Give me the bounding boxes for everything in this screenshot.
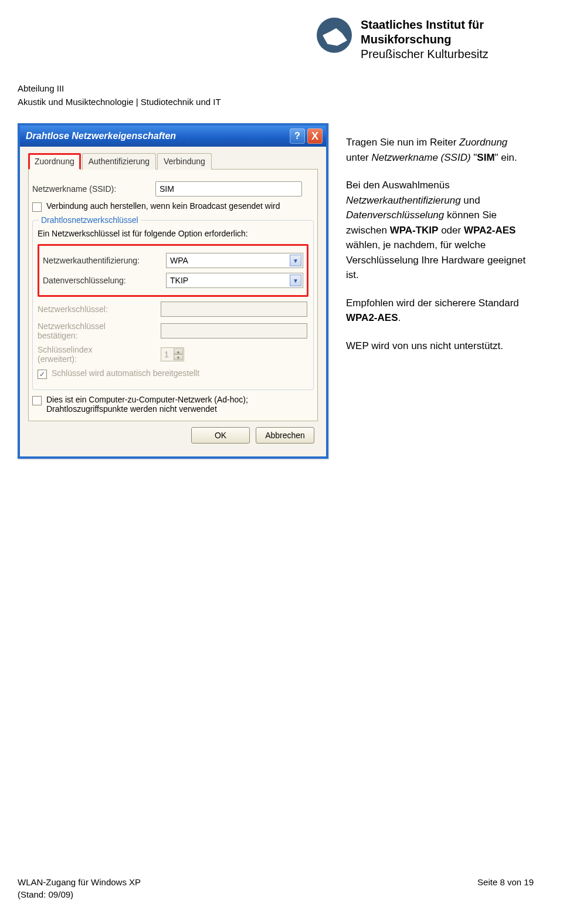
- page-footer: WLAN-Zugang für Windows XP (Stand: 09/09…: [18, 876, 534, 901]
- dialog-titlebar[interactable]: Drahtlose Netzwerkeigenschaften ? X: [20, 126, 326, 147]
- help-icon: ?: [294, 131, 300, 141]
- org-line1: Staatliches Institut für: [361, 18, 489, 32]
- footer-page: Seite 8 von 19: [477, 876, 534, 901]
- key-label: Netzwerkschlüssel:: [38, 304, 161, 314]
- wireless-key-fieldset: Drahtlosnetzwerkschlüssel Ein Netzwerksc…: [32, 220, 314, 390]
- key-confirm-label: Netzwerkschlüssel bestätigen:: [38, 321, 161, 340]
- auth-enc-highlight: Netzwerkauthentifizierung: WPA ▼ Datenve…: [38, 244, 308, 297]
- fieldset-legend: Drahtlosnetzwerkschlüssel: [39, 215, 141, 225]
- tab-verbindung[interactable]: Verbindung: [157, 153, 212, 170]
- ok-button[interactable]: OK: [191, 427, 250, 444]
- tab-zuordnung[interactable]: Zuordnung: [28, 153, 81, 170]
- key-required-text: Ein Netzwerkschlüssel ist für folgende O…: [38, 229, 308, 238]
- instruction-p2: Bei den Auswahlmenüs Netzwerkauthentifiz…: [346, 178, 528, 283]
- adhoc-checkbox[interactable]: [32, 396, 42, 405]
- dept-line1: Abteilung III: [18, 82, 221, 96]
- instruction-p1: Tragen Sie nun im Reiter Zuordnung unter…: [346, 135, 528, 165]
- cancel-button[interactable]: Abbrechen: [256, 427, 314, 444]
- close-button[interactable]: X: [307, 128, 323, 144]
- footer-left: WLAN-Zugang für Windows XP (Stand: 09/09…: [18, 876, 141, 901]
- org-name: Staatliches Institut für Musikforschung …: [361, 18, 489, 62]
- wireless-properties-dialog: Drahtlose Netzwerkeigenschaften ? X Zuor…: [18, 123, 328, 459]
- tab-authentifizierung[interactable]: Authentifizierung: [82, 153, 156, 170]
- department-block: Abteilung III Akustik und Musiktechnolog…: [18, 82, 221, 109]
- dialog-title: Drahtlose Netzwerkeigenschaften: [26, 131, 176, 141]
- key-index-spinner: 1 ▲▼: [161, 347, 184, 361]
- instruction-p3: Empfohlen wird der sicherere Standard WP…: [346, 296, 528, 326]
- org-line2: Musikforschung: [361, 32, 489, 47]
- auth-select[interactable]: WPA ▼: [166, 253, 303, 268]
- key-input: [161, 302, 307, 317]
- adhoc-label: Dies ist ein Computer-zu-Computer-Netzwe…: [46, 395, 248, 414]
- form-area: Netzwerkname (SSID): SIM Verbindung auch…: [28, 170, 318, 421]
- tab-strip: Zuordnung Authentifizierung Verbindung: [28, 153, 318, 170]
- autokey-checkbox: ✓: [38, 370, 47, 379]
- eagle-icon: [317, 18, 352, 53]
- key-confirm-input: [161, 323, 307, 339]
- ssid-label: Netzwerkname (SSID):: [32, 184, 155, 194]
- close-icon: X: [311, 130, 318, 143]
- autokey-label: Schlüssel wird automatisch bereitgestell…: [52, 368, 199, 378]
- org-logo-block: Staatliches Institut für Musikforschung …: [317, 18, 489, 62]
- broadcast-checkbox[interactable]: [32, 202, 42, 212]
- enc-select[interactable]: TKIP ▼: [166, 273, 303, 288]
- instruction-p4: WEP wird von uns nicht unterstützt.: [346, 339, 528, 354]
- org-line3: Preußischer Kulturbesitz: [361, 47, 489, 62]
- ssid-input[interactable]: SIM: [155, 181, 302, 197]
- help-button[interactable]: ?: [290, 128, 305, 144]
- enc-label: Datenverschlüsselung:: [43, 276, 166, 285]
- page-header: Staatliches Institut für Musikforschung …: [0, 0, 563, 117]
- key-index-label: Schlüsselindex (erweitert):: [38, 345, 161, 364]
- chevron-down-icon: ▼: [290, 255, 301, 266]
- chevron-down-icon: ▼: [290, 275, 301, 286]
- instruction-text: Tragen Sie nun im Reiter Zuordnung unter…: [346, 123, 528, 459]
- main-content: Drahtlose Netzwerkeigenschaften ? X Zuor…: [0, 117, 563, 465]
- broadcast-label: Verbindung auch herstellen, wenn kein Br…: [46, 201, 280, 211]
- dept-line2: Akustik und Musiktechnologie | Studiotec…: [18, 96, 221, 109]
- auth-label: Netzwerkauthentifizierung:: [43, 256, 166, 265]
